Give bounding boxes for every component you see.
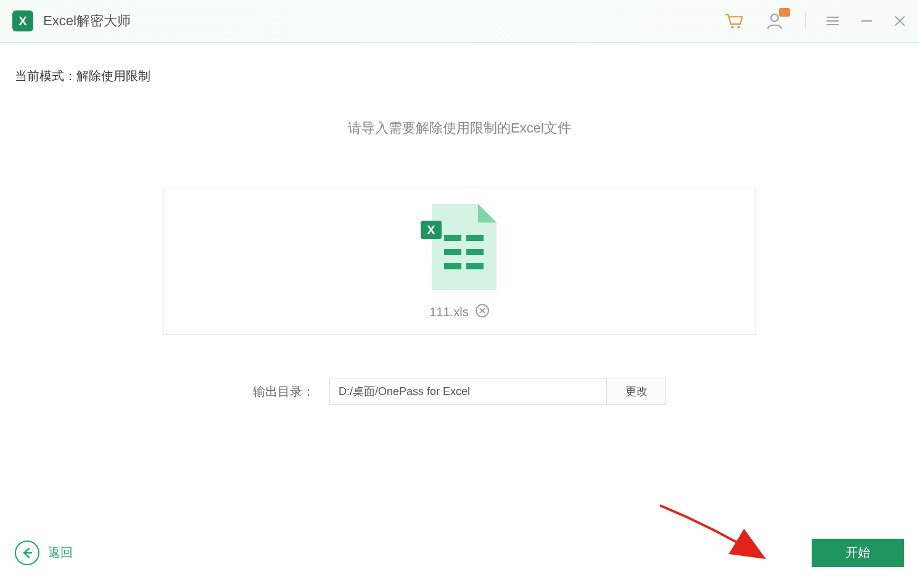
start-button[interactable]: 开始 — [812, 539, 904, 567]
user-icon[interactable] — [764, 10, 785, 31]
file-dropzone[interactable]: X 111.xls — [163, 187, 756, 335]
back-button[interactable]: 返回 — [15, 541, 73, 565]
mode-value: 解除使用限制 — [76, 69, 150, 83]
mode-prefix: 当前模式： — [15, 69, 76, 83]
svg-point-1 — [738, 26, 740, 28]
menu-icon[interactable] — [825, 14, 840, 28]
back-arrow-icon — [15, 541, 39, 565]
app-icon: X — [12, 10, 33, 31]
svg-text:X: X — [427, 223, 435, 237]
cart-icon[interactable] — [723, 10, 744, 31]
svg-rect-14 — [466, 263, 484, 269]
close-icon[interactable] — [893, 14, 907, 28]
svg-rect-10 — [466, 235, 484, 241]
instruction-text: 请导入需要解除使用限制的Excel文件 — [15, 119, 904, 137]
excel-file-icon: X — [419, 201, 500, 296]
mode-line: 当前模式：解除使用限制 — [15, 68, 904, 84]
svg-rect-12 — [466, 249, 484, 255]
output-label: 输出目录： — [253, 383, 315, 400]
svg-rect-11 — [444, 249, 461, 255]
app-title: Excel解密大师 — [43, 12, 131, 30]
svg-rect-9 — [444, 235, 461, 241]
minimize-icon[interactable] — [860, 14, 873, 28]
svg-point-0 — [731, 26, 733, 28]
separator — [805, 12, 806, 30]
remove-file-button[interactable] — [475, 303, 490, 321]
titlebar: X Excel解密大师 — [0, 0, 919, 43]
change-output-button[interactable]: 更改 — [607, 378, 666, 405]
svg-rect-13 — [444, 263, 461, 269]
file-name: 111.xls — [429, 305, 468, 319]
back-label: 返回 — [48, 544, 73, 561]
output-path-input[interactable] — [329, 378, 607, 405]
svg-point-2 — [771, 14, 778, 22]
